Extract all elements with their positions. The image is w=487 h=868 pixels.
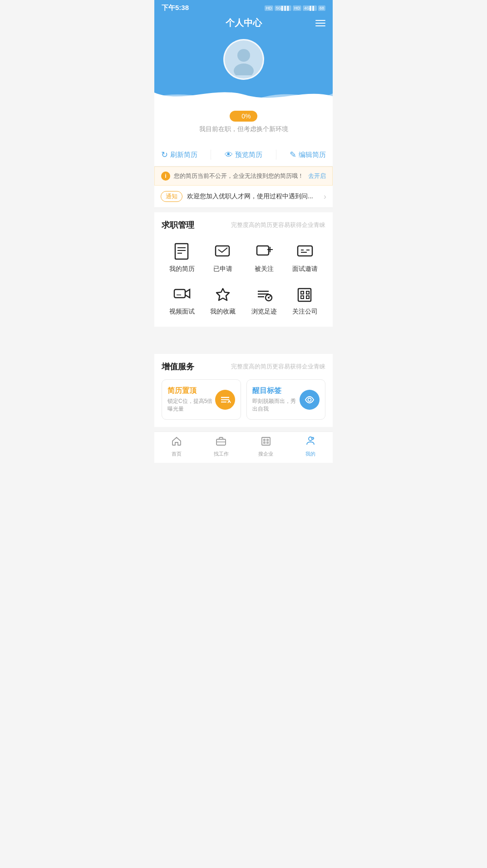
- avatar[interactable]: [223, 39, 264, 80]
- menu-line-1: [315, 20, 325, 21]
- job-management-section: 求职管理 完整度高的简历更容易获得企业青睐 我的简历 已: [154, 212, 333, 327]
- menu-button[interactable]: [315, 20, 325, 26]
- vip-cards-container: 简历置顶 锁定C位，提高5倍曝光量 醒目标签 即刻脱颖而出，秀出自我: [162, 379, 325, 420]
- eye-tag-desc: 即刻脱颖而出，秀出自我: [252, 397, 300, 413]
- refresh-resume-button[interactable]: ↻ 刷新简历: [161, 150, 197, 160]
- favorites-item[interactable]: 我的收藏: [202, 280, 243, 323]
- eye-tag-icon: [300, 390, 320, 410]
- page-header: 个人中心: [154, 14, 333, 34]
- refresh-icon: ↻: [161, 150, 168, 160]
- svg-rect-10: [298, 246, 312, 256]
- completion-badge: 0%: [230, 111, 257, 122]
- notice-banner: i 您的简历当前不公开，企业无法搜到您的简历哦！ 去开启: [154, 167, 333, 186]
- footprint-icon: [254, 284, 274, 304]
- interview-invite-item[interactable]: 面试邀请: [285, 238, 325, 280]
- tab-find-job-label: 找工作: [214, 451, 229, 457]
- svg-rect-6: [216, 246, 229, 256]
- browsing-history-item[interactable]: 浏览足迹: [244, 280, 285, 323]
- svg-rect-37: [267, 439, 268, 441]
- svg-rect-25: [301, 291, 304, 294]
- hd-icon: HD: [265, 5, 273, 11]
- edit-resume-button[interactable]: ✎ 编辑简历: [290, 150, 326, 160]
- favorite-icon: [213, 284, 233, 304]
- notice-action-button[interactable]: 去开启: [308, 172, 326, 180]
- divider-2: [276, 150, 276, 160]
- briefcase-icon: [216, 436, 226, 449]
- resume-top-info: 简历置顶 锁定C位，提高5倍曝光量: [167, 386, 215, 413]
- preview-label: 预览简历: [235, 151, 262, 159]
- notification-row[interactable]: 通知 欢迎您加入优职人才网，使用过程中遇到问... ›: [154, 186, 333, 208]
- svg-rect-35: [262, 437, 270, 445]
- tab-bar: 首页 找工作 搜企业: [154, 432, 333, 463]
- svg-point-32: [308, 398, 311, 401]
- browsing-history-label: 浏览足迹: [251, 308, 277, 316]
- tab-find-job[interactable]: 找工作: [199, 436, 243, 457]
- section-spacer-2: [154, 349, 333, 354]
- applied-icon: [213, 241, 233, 261]
- video-interview-item[interactable]: 视频面试: [162, 280, 202, 323]
- svg-marker-17: [216, 289, 229, 300]
- svg-rect-2: [175, 244, 188, 259]
- svg-rect-38: [264, 442, 265, 443]
- status-icons: HD 5G▌▌▌ HD 4G▌▌ 68: [265, 5, 325, 11]
- value-services-title: 增值服务: [162, 361, 194, 372]
- eye-tag-card[interactable]: 醒目标签 即刻脱颖而出，秀出自我: [246, 379, 326, 420]
- home-icon: [171, 436, 182, 449]
- status-bar: 下午5:38 HD 5G▌▌▌ HD 4G▌▌ 68: [154, 0, 333, 14]
- svg-point-22: [268, 297, 270, 299]
- svg-rect-7: [257, 246, 269, 255]
- followed-icon: [254, 241, 274, 261]
- tab-home-label: 首页: [172, 451, 182, 457]
- resume-top-card[interactable]: 简历置顶 锁定C位，提高5倍曝光量: [162, 379, 241, 420]
- wave-svg: [154, 83, 333, 106]
- notification-arrow: ›: [324, 192, 326, 201]
- applied-item[interactable]: 已申请: [202, 238, 243, 280]
- interview-invite-label: 面试邀请: [292, 265, 318, 273]
- battery-icon: 68: [318, 5, 325, 11]
- notice-text: 您的简历当前不公开，企业无法搜到您的简历哦！: [174, 172, 305, 180]
- job-management-subtitle: 完整度高的简历更容易获得企业青睐: [231, 221, 325, 229]
- job-management-grid: 我的简历 已申请 被关注: [162, 238, 325, 323]
- avatar-container: [154, 39, 333, 80]
- video-interview-label: 视频面试: [169, 308, 195, 316]
- edit-icon: ✎: [290, 150, 296, 160]
- completion-percent: 0%: [241, 113, 251, 120]
- refresh-label: 刷新简历: [170, 151, 197, 159]
- svg-rect-26: [306, 291, 309, 294]
- company-icon: [295, 284, 315, 304]
- hd-icon2: HD: [293, 5, 301, 11]
- value-services-section: 增值服务 完整度高的简历更容易获得企业青睐 简历置顶 锁定C位，提高5倍曝光量 …: [154, 354, 333, 427]
- hero-section: [154, 34, 333, 106]
- notice-info-icon: i: [161, 172, 170, 181]
- favorites-label: 我的收藏: [210, 308, 236, 316]
- eye-tag-info: 醒目标签 即刻脱颖而出，秀出自我: [252, 386, 300, 413]
- tab-home[interactable]: 首页: [154, 436, 199, 457]
- svg-point-1: [234, 64, 254, 75]
- resume-label: 我的简历: [169, 265, 195, 273]
- page-title: 个人中心: [226, 17, 262, 29]
- followed-item[interactable]: 被关注: [244, 238, 285, 280]
- resume-top-title: 简历置顶: [167, 386, 215, 396]
- value-services-header: 增值服务 完整度高的简历更容易获得企业青睐: [162, 361, 325, 372]
- preview-resume-button[interactable]: 👁 预览简历: [225, 150, 262, 160]
- svg-point-0: [237, 49, 250, 62]
- job-management-title: 求职管理: [162, 220, 194, 230]
- divider-1: [211, 150, 211, 160]
- resume-icon: [172, 241, 192, 261]
- tab-my[interactable]: 我的: [288, 436, 333, 457]
- my-resume-item[interactable]: 我的简历: [162, 238, 202, 280]
- follow-company-item[interactable]: 关注公司: [285, 280, 325, 323]
- svg-line-23: [270, 295, 271, 297]
- edit-label: 编辑简历: [299, 151, 326, 159]
- resume-top-icon: [215, 390, 235, 410]
- tab-my-label: 我的: [305, 451, 315, 457]
- svg-rect-36: [264, 439, 265, 441]
- tab-search-company[interactable]: 搜企业: [244, 436, 288, 457]
- svg-rect-24: [298, 289, 311, 301]
- menu-line-3: [315, 25, 325, 26]
- tab-search-company-label: 搜企业: [258, 451, 273, 457]
- svg-rect-28: [306, 296, 309, 299]
- person-icon: [305, 436, 316, 449]
- status-time: 下午5:38: [162, 4, 189, 12]
- wave-divider: [154, 83, 333, 106]
